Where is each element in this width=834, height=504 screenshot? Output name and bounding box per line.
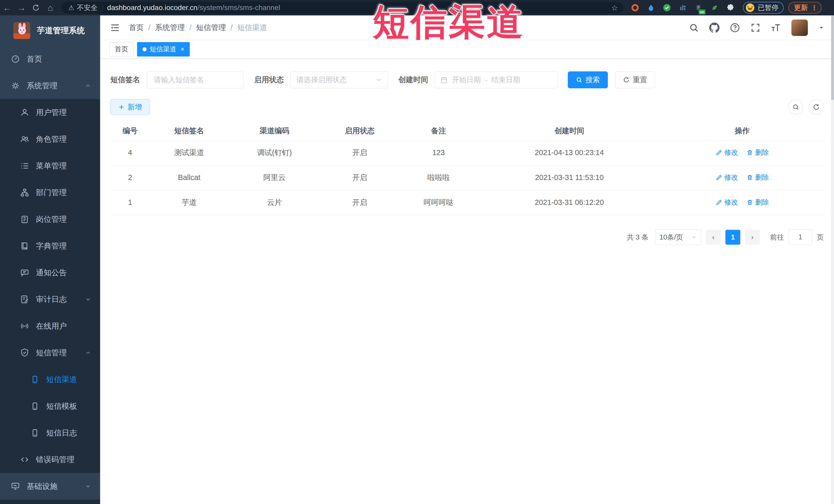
- prev-page-button[interactable]: ‹: [706, 230, 721, 245]
- edit-link[interactable]: 修改: [716, 148, 738, 157]
- refresh-table-icon[interactable]: [809, 100, 824, 114]
- collapse-sidebar-icon[interactable]: [109, 22, 120, 34]
- breadcrumb-item[interactable]: 首页: [129, 23, 144, 33]
- phone-icon: [30, 375, 40, 384]
- extension-drop-icon[interactable]: [646, 3, 656, 12]
- edit-link[interactable]: 修改: [716, 173, 738, 182]
- reset-button[interactable]: 重置: [615, 71, 655, 88]
- sidebar-item-sms-channel[interactable]: 短信渠道: [0, 366, 100, 393]
- table-cell: 开启: [320, 140, 399, 165]
- bookmark-star-icon[interactable]: ☆: [611, 3, 618, 12]
- column-header: 操作: [661, 122, 824, 140]
- delete-link[interactable]: 删除: [746, 148, 769, 157]
- add-button[interactable]: 新增: [110, 99, 150, 115]
- sidebar-item-home[interactable]: 首页: [0, 46, 100, 72]
- close-tab-icon[interactable]: ×: [180, 45, 184, 53]
- sidebar-item-sms-log[interactable]: 短信日志: [0, 419, 100, 446]
- status-select[interactable]: 请选择启用状态: [290, 71, 388, 88]
- browser-menu-icon[interactable]: ⋮: [811, 6, 817, 9]
- sidebar-item-infrastructure[interactable]: 基础设施: [0, 473, 100, 500]
- breadcrumb-item[interactable]: 系统管理: [155, 23, 185, 33]
- edit-link-label: 修改: [724, 148, 738, 157]
- sidebar-item-menu-management[interactable]: 菜单管理: [0, 153, 100, 179]
- search-button[interactable]: 搜索: [568, 71, 608, 88]
- chevron-down-icon: [85, 483, 91, 490]
- reload-icon[interactable]: [29, 2, 43, 14]
- extension-bars-icon[interactable]: [678, 3, 687, 12]
- sidebar-item-post-management[interactable]: 岗位管理: [0, 206, 100, 233]
- sidebar-item-label: 短信模板: [46, 401, 77, 412]
- github-icon[interactable]: [709, 23, 720, 33]
- help-icon[interactable]: [730, 23, 740, 33]
- plus-icon: [118, 104, 125, 110]
- date-range-picker[interactable]: 开始日期 - 结束日期: [435, 71, 558, 88]
- forward-icon[interactable]: →: [14, 2, 29, 14]
- tab-home[interactable]: 首页: [109, 42, 133, 57]
- tab-sms-channel[interactable]: 短信渠道 ×: [137, 42, 190, 57]
- signature-input[interactable]: [147, 71, 244, 88]
- menu-list-icon: [20, 161, 29, 171]
- table-cell: 2021-04-13 00:23:14: [478, 140, 661, 165]
- table-tools: [788, 100, 824, 114]
- table-cell: 开启: [320, 165, 399, 190]
- sidebar-item-dept-management[interactable]: 部门管理: [0, 179, 100, 206]
- code-icon: [20, 455, 29, 464]
- table-cell: 芋道: [150, 190, 228, 215]
- sidebar-item-sms-management[interactable]: 短信管理: [0, 339, 100, 366]
- edit-link[interactable]: 修改: [716, 198, 738, 207]
- fullscreen-icon[interactable]: [750, 23, 761, 33]
- sidebar-item-label: 用户管理: [36, 107, 67, 118]
- url-host: dashboard.yudao.iocoder.cn: [107, 4, 197, 12]
- address-bar[interactable]: ⚠ 不安全 dashboard.yudao.iocoder.cn /system…: [61, 2, 623, 14]
- sidebar-item-role-management[interactable]: 角色管理: [0, 126, 100, 153]
- update-button[interactable]: 更新 ⋮: [788, 2, 822, 14]
- font-size-icon[interactable]: [771, 23, 781, 33]
- sidebar-item-system-management[interactable]: 系统管理: [0, 72, 100, 99]
- chevron-down-icon: [85, 296, 91, 303]
- profile-paused-chip[interactable]: 已暂停: [743, 2, 784, 14]
- extension-green-check-icon[interactable]: [662, 3, 672, 12]
- sidebar-item-label: 短信渠道: [46, 374, 77, 385]
- delete-link[interactable]: 删除: [746, 173, 769, 182]
- sidebar-item-label: 基础设施: [27, 481, 58, 492]
- sidebar-item-online-users[interactable]: 在线用户: [0, 313, 100, 339]
- sidebar-item-sms-template[interactable]: 短信模板: [0, 393, 100, 419]
- toggle-search-icon[interactable]: [788, 100, 803, 114]
- edit-link-label: 修改: [724, 173, 738, 182]
- delete-link-label: 删除: [755, 148, 769, 157]
- status-placeholder: 请选择启用状态: [297, 75, 347, 85]
- security-label: 不安全: [77, 3, 97, 12]
- extension-orange-icon[interactable]: [631, 3, 640, 12]
- page-size-select[interactable]: 10条/页: [655, 229, 701, 245]
- sidebar-item-audit-log[interactable]: 审计日志: [0, 286, 100, 313]
- extensions-puzzle-icon[interactable]: [726, 3, 735, 12]
- search-button-label: 搜索: [586, 75, 600, 85]
- table-cell: 1: [110, 190, 150, 215]
- goto-page-input[interactable]: [789, 229, 812, 245]
- page-suffix: 页: [817, 233, 824, 242]
- sidebar-item-label: 部门管理: [36, 188, 67, 198]
- scrollbar-thumb[interactable]: [831, 16, 834, 100]
- delete-link[interactable]: 删除: [746, 198, 769, 207]
- page-1-button[interactable]: 1: [725, 230, 740, 245]
- filter-form: 短信签名 启用状态 请选择启用状态 创建时间 开始日期 - 结束日期 搜索: [110, 71, 824, 88]
- breadcrumb-item[interactable]: 短信管理: [196, 23, 226, 33]
- sidebar-item-user-management[interactable]: 用户管理: [0, 99, 100, 126]
- chevron-down-icon[interactable]: [818, 24, 825, 31]
- page-scrollbar[interactable]: [831, 16, 834, 504]
- sidebar-item-error-code-management[interactable]: 错误码管理: [0, 446, 100, 473]
- sidebar-item-label: 通知公告: [36, 267, 67, 278]
- back-icon[interactable]: ←: [0, 2, 14, 14]
- search-icon[interactable]: [689, 23, 699, 33]
- extension-leaf-icon[interactable]: [710, 3, 719, 12]
- extensions-row: on: [631, 3, 735, 12]
- sidebar-item-dict-management[interactable]: 字典管理: [0, 233, 100, 259]
- next-page-button[interactable]: ›: [745, 230, 760, 245]
- home-icon[interactable]: ⌂: [43, 2, 58, 14]
- column-header: 备注: [399, 122, 478, 140]
- sidebar-item-label: 系统管理: [27, 81, 58, 91]
- sidebar-item-label: 在线用户: [36, 321, 67, 331]
- extension-on-badge-icon[interactable]: on: [694, 3, 703, 12]
- user-avatar[interactable]: [791, 20, 808, 36]
- sidebar-item-notice-announcement[interactable]: 通知公告: [0, 259, 100, 286]
